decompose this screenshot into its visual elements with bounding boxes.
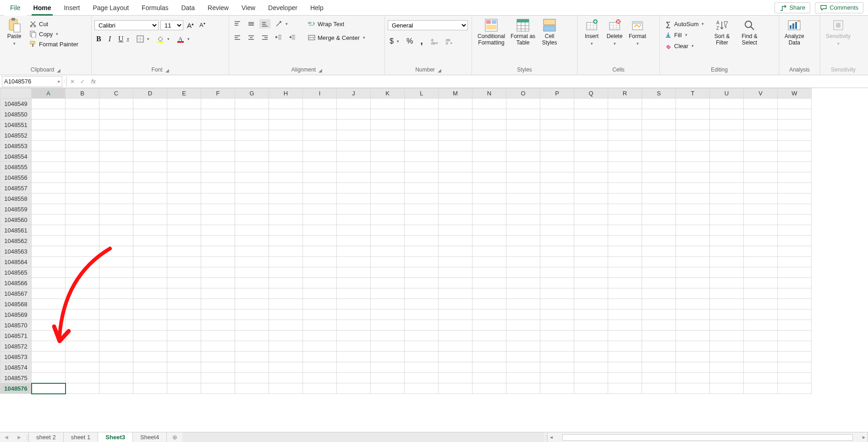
cell[interactable] bbox=[235, 215, 269, 225]
cell[interactable] bbox=[133, 109, 167, 120]
cut-button[interactable]: Cut bbox=[27, 19, 80, 28]
cell[interactable] bbox=[472, 267, 506, 278]
align-right-button[interactable] bbox=[259, 33, 270, 42]
column-header[interactable]: B bbox=[66, 88, 99, 99]
cell[interactable] bbox=[608, 383, 642, 394]
cell[interactable] bbox=[506, 193, 540, 204]
cell[interactable] bbox=[574, 236, 608, 246]
cell[interactable] bbox=[32, 120, 66, 130]
cell[interactable] bbox=[506, 172, 540, 183]
share-button[interactable]: Share bbox=[775, 2, 810, 13]
cell[interactable] bbox=[32, 320, 66, 331]
tab-page-layout[interactable]: Page Layout bbox=[86, 0, 135, 16]
cell[interactable] bbox=[167, 162, 201, 172]
cell[interactable] bbox=[472, 130, 506, 141]
cell[interactable] bbox=[506, 246, 540, 257]
cell[interactable] bbox=[778, 109, 812, 120]
cell[interactable] bbox=[506, 141, 540, 151]
cell[interactable] bbox=[371, 246, 405, 257]
cell[interactable] bbox=[201, 299, 235, 309]
cell[interactable] bbox=[506, 288, 540, 299]
cell[interactable] bbox=[506, 352, 540, 362]
cell[interactable] bbox=[778, 278, 812, 288]
cell[interactable] bbox=[337, 236, 371, 246]
cell[interactable] bbox=[201, 99, 235, 109]
cell[interactable] bbox=[167, 236, 201, 246]
cell[interactable] bbox=[676, 215, 710, 225]
cell[interactable] bbox=[744, 362, 778, 373]
cell[interactable] bbox=[642, 257, 676, 267]
cell[interactable] bbox=[167, 246, 201, 257]
cell[interactable] bbox=[371, 341, 405, 352]
cell[interactable] bbox=[371, 320, 405, 331]
cell[interactable] bbox=[744, 172, 778, 183]
cell[interactable] bbox=[32, 373, 66, 383]
cell[interactable] bbox=[66, 267, 99, 278]
cell[interactable] bbox=[337, 162, 371, 172]
cell[interactable] bbox=[710, 225, 744, 236]
cell[interactable] bbox=[744, 151, 778, 162]
cell[interactable] bbox=[472, 288, 506, 299]
cell[interactable] bbox=[439, 162, 472, 172]
cell[interactable] bbox=[608, 257, 642, 267]
cell[interactable] bbox=[303, 288, 337, 299]
cell[interactable] bbox=[337, 362, 371, 373]
cell-styles-button[interactable]: Cell Styles bbox=[538, 17, 561, 47]
cell[interactable] bbox=[337, 130, 371, 141]
cell[interactable] bbox=[201, 246, 235, 257]
cell[interactable] bbox=[744, 320, 778, 331]
cell[interactable] bbox=[574, 225, 608, 236]
cell[interactable] bbox=[32, 288, 66, 299]
cell[interactable] bbox=[642, 383, 676, 394]
tab-insert[interactable]: Insert bbox=[57, 0, 86, 16]
cell[interactable] bbox=[676, 162, 710, 172]
cell[interactable] bbox=[540, 172, 574, 183]
cell[interactable] bbox=[574, 215, 608, 225]
cell[interactable] bbox=[439, 362, 472, 373]
cell[interactable] bbox=[506, 109, 540, 120]
cell[interactable] bbox=[778, 320, 812, 331]
cell[interactable] bbox=[337, 352, 371, 362]
cell[interactable] bbox=[32, 267, 66, 278]
cell[interactable] bbox=[269, 352, 303, 362]
cell[interactable] bbox=[133, 309, 167, 320]
cell[interactable] bbox=[778, 246, 812, 257]
cell[interactable] bbox=[167, 383, 201, 394]
cell[interactable] bbox=[506, 183, 540, 193]
cell[interactable] bbox=[676, 236, 710, 246]
cell[interactable] bbox=[744, 331, 778, 341]
cell[interactable] bbox=[642, 320, 676, 331]
cell[interactable] bbox=[574, 141, 608, 151]
column-header[interactable]: J bbox=[337, 88, 371, 99]
cell[interactable] bbox=[574, 183, 608, 193]
orientation-button[interactable]: ▾ bbox=[273, 19, 290, 28]
cell[interactable] bbox=[32, 246, 66, 257]
cell[interactable] bbox=[608, 246, 642, 257]
cell[interactable] bbox=[201, 204, 235, 215]
cell[interactable] bbox=[405, 267, 439, 278]
cell[interactable] bbox=[472, 362, 506, 373]
cell[interactable] bbox=[405, 172, 439, 183]
cell[interactable] bbox=[235, 352, 269, 362]
cell[interactable] bbox=[32, 341, 66, 352]
cell[interactable] bbox=[642, 288, 676, 299]
cell[interactable] bbox=[405, 204, 439, 215]
cell[interactable] bbox=[269, 331, 303, 341]
column-header[interactable]: E bbox=[167, 88, 201, 99]
cell[interactable] bbox=[66, 183, 99, 193]
cell[interactable] bbox=[201, 257, 235, 267]
cell[interactable] bbox=[235, 204, 269, 215]
cell[interactable] bbox=[66, 193, 99, 204]
cell[interactable] bbox=[744, 204, 778, 215]
cell[interactable] bbox=[303, 109, 337, 120]
cell[interactable] bbox=[574, 246, 608, 257]
cell[interactable] bbox=[472, 162, 506, 172]
cell[interactable] bbox=[574, 172, 608, 183]
tab-review[interactable]: Review bbox=[201, 0, 235, 16]
cell[interactable] bbox=[676, 99, 710, 109]
cell[interactable] bbox=[642, 278, 676, 288]
tab-formulas[interactable]: Formulas bbox=[135, 0, 175, 16]
cell[interactable] bbox=[608, 225, 642, 236]
cell[interactable] bbox=[66, 204, 99, 215]
cell[interactable] bbox=[506, 151, 540, 162]
